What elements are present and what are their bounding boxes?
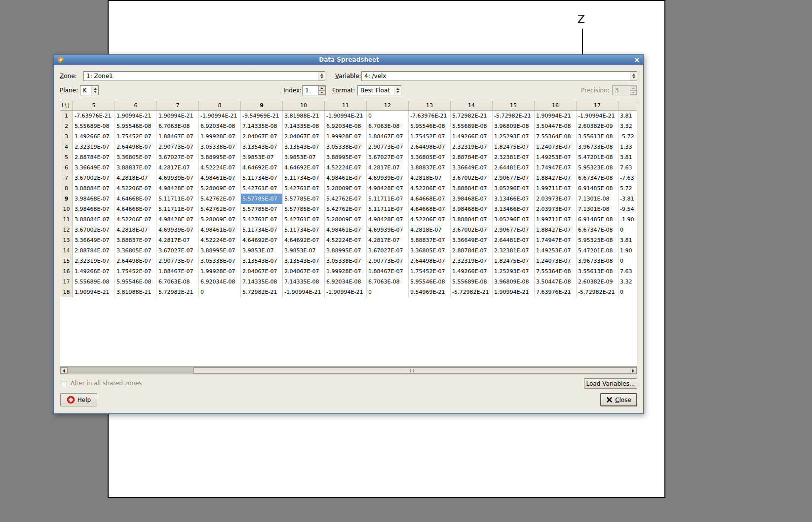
alter-shared-zones-checkbox[interactable] — [61, 381, 67, 387]
table-cell[interactable]: 1.88467E-07 — [157, 266, 199, 277]
table-cell[interactable]: -1.90994E-21 — [199, 111, 241, 121]
table-cell[interactable]: 4.2818E-07 — [115, 225, 157, 235]
table-cell[interactable]: 6.67347E-08 — [577, 225, 619, 235]
table-cell[interactable]: 2.90773E-07 — [367, 256, 409, 266]
help-button[interactable]: Help — [60, 393, 97, 406]
table-cell[interactable]: 6.92034E-08 — [325, 121, 367, 131]
table-cell[interactable]: 2.88784E-07 — [73, 245, 115, 256]
table-cell[interactable]: 7.63 — [619, 162, 637, 173]
table-cell[interactable]: 2.60382E-09 — [577, 277, 619, 287]
table-cell[interactable]: 7.1301E-08 — [577, 204, 619, 214]
table-cell[interactable]: 4.64668E-07 — [115, 204, 157, 214]
table-cell[interactable]: -7.63976E-21 — [73, 111, 115, 121]
table-cell[interactable]: 1.99928E-07 — [325, 266, 367, 277]
table-cell[interactable]: 3.05296E-07 — [493, 183, 535, 194]
table-cell[interactable]: 1.88467E-07 — [367, 131, 409, 142]
table-cell[interactable]: -5.72982E-21 — [577, 287, 619, 297]
table-cell[interactable]: 4.2817E-07 — [157, 235, 199, 245]
table-cell[interactable]: 2.60382E-09 — [577, 121, 619, 131]
table-cell[interactable]: 1.99711E-07 — [535, 183, 577, 194]
row-header[interactable]: 6 — [60, 162, 73, 173]
table-cell[interactable]: 5.55689E-08 — [73, 277, 115, 287]
table-cell[interactable]: 5.28009E-07 — [325, 183, 367, 194]
table-cell[interactable]: 3.88884E-07 — [451, 183, 493, 194]
table-cell[interactable]: 4.64668E-07 — [409, 194, 451, 204]
titlebar-close-icon[interactable]: × — [634, 56, 640, 63]
table-cell[interactable]: 1.75452E-07 — [409, 266, 451, 277]
table-cell[interactable]: 2.90773E-07 — [157, 256, 199, 266]
table-cell[interactable]: -7.63 — [619, 173, 637, 183]
table-cell[interactable]: 1.24073E-07 — [535, 142, 577, 152]
spin-up-button[interactable] — [318, 86, 325, 91]
table-cell[interactable]: 3.67027E-07 — [157, 245, 199, 256]
table-cell[interactable]: 3.13543E-07 — [283, 256, 325, 266]
table-cell[interactable]: 3.81 — [619, 152, 637, 162]
table-cell[interactable]: 3.67027E-07 — [367, 245, 409, 256]
table-cell[interactable]: 1.25293E-07 — [493, 266, 535, 277]
table-cell[interactable]: 1.24073E-07 — [535, 256, 577, 266]
row-header[interactable]: 18 — [60, 287, 73, 297]
table-cell[interactable]: 2.64481E-07 — [493, 235, 535, 245]
table-cell[interactable]: 2.04067E-07 — [241, 131, 283, 142]
table-cell[interactable]: 0 — [367, 111, 409, 121]
table-cell[interactable]: 1.49266E-07 — [451, 266, 493, 277]
table-cell[interactable]: 5.55689E-08 — [73, 121, 115, 131]
table-cell[interactable]: 4.52206E-07 — [409, 183, 451, 194]
table-cell[interactable]: 3.67002E-07 — [73, 173, 115, 183]
table-cell[interactable]: 2.32381E-07 — [493, 245, 535, 256]
table-cell[interactable]: 1.74947E-07 — [535, 235, 577, 245]
table-cell[interactable]: 3.81 — [619, 235, 637, 245]
table-cell[interactable]: 1.74947E-07 — [535, 162, 577, 173]
row-header[interactable]: 14 — [60, 245, 73, 256]
table-cell[interactable]: 3.88837E-07 — [115, 162, 157, 173]
table-cell[interactable]: 1.90994E-21 — [493, 287, 535, 297]
table-cell[interactable]: 3.88884E-07 — [73, 214, 115, 225]
table-cell[interactable]: 1.49253E-07 — [535, 152, 577, 162]
table-cell[interactable]: 4.64668E-07 — [115, 194, 157, 204]
table-cell[interactable]: 1.99928E-07 — [199, 131, 241, 142]
table-cell[interactable]: 2.64498E-07 — [115, 256, 157, 266]
table-cell[interactable]: -1.90994E-21 — [577, 111, 619, 121]
table-cell[interactable]: 3.88995E-07 — [199, 152, 241, 162]
table-cell[interactable]: 4.64692E-07 — [283, 235, 325, 245]
table-cell[interactable]: 4.98428E-07 — [367, 214, 409, 225]
table-cell[interactable]: 4.2818E-07 — [409, 225, 451, 235]
table-cell[interactable]: 4.98428E-07 — [157, 214, 199, 225]
table-cell[interactable]: 1.49266E-07 — [73, 131, 115, 142]
table-cell[interactable]: 4.64668E-07 — [409, 204, 451, 214]
table-cell[interactable]: 1.90 — [619, 245, 637, 256]
column-header[interactable]: 6 — [115, 101, 157, 110]
table-cell[interactable]: 3.32 — [619, 121, 637, 131]
row-header[interactable]: 8 — [60, 183, 73, 194]
table-cell[interactable]: 5.42761E-07 — [283, 183, 325, 194]
table-cell[interactable]: 3.13543E-07 — [241, 256, 283, 266]
table-cell[interactable]: 2.32319E-07 — [73, 256, 115, 266]
table-cell[interactable]: 4.52206E-07 — [115, 214, 157, 225]
table-cell[interactable]: 1.25293E-07 — [493, 131, 535, 142]
table-cell[interactable]: 5.72 — [619, 183, 637, 194]
table-cell[interactable]: 3.36649E-07 — [451, 235, 493, 245]
variable-combo[interactable]: 4: /velx — [361, 71, 637, 81]
table-cell[interactable]: 4.69939E-07 — [367, 173, 409, 183]
table-cell[interactable]: 3.05338E-07 — [325, 256, 367, 266]
table-cell[interactable]: 5.55689E-08 — [451, 277, 493, 287]
table-cell[interactable]: 3.55613E-08 — [577, 131, 619, 142]
table-cell[interactable]: 4.98428E-07 — [367, 183, 409, 194]
table-cell[interactable]: 5.11711E-07 — [157, 204, 199, 214]
table-cell[interactable]: 5.11711E-07 — [367, 204, 409, 214]
table-cell[interactable]: 3.96733E-08 — [577, 256, 619, 266]
table-cell[interactable]: 3.67002E-07 — [451, 173, 493, 183]
scroll-right-button[interactable] — [629, 367, 637, 374]
table-cell[interactable]: 3.50447E-08 — [535, 121, 577, 131]
table-cell[interactable]: 5.42761E-07 — [241, 214, 283, 225]
titlebar[interactable]: Data Spreadsheet × — [54, 55, 643, 65]
table-cell[interactable]: 4.98461E-07 — [199, 173, 241, 183]
load-variables-button[interactable]: Load Variables... — [584, 378, 637, 389]
table-cell[interactable]: 1.82475E-07 — [493, 142, 535, 152]
table-cell[interactable]: 3.88884E-07 — [73, 183, 115, 194]
table-cell[interactable]: 5.11734E-07 — [241, 225, 283, 235]
table-cell[interactable]: 6.7063E-08 — [157, 121, 199, 131]
table-cell[interactable]: 5.28009E-07 — [325, 214, 367, 225]
table-cell[interactable]: 3.36649E-07 — [73, 162, 115, 173]
table-cell[interactable]: 3.50447E-08 — [535, 277, 577, 287]
